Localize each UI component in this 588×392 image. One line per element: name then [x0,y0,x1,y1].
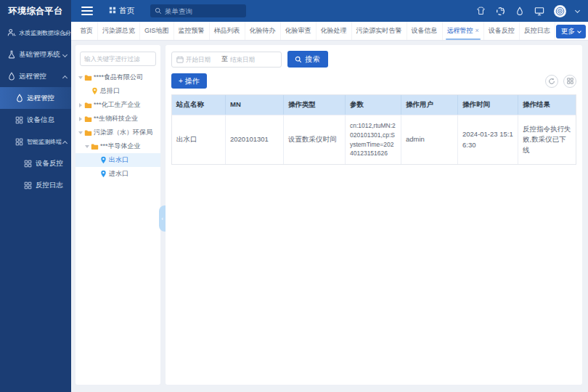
tab-device-info[interactable]: 设备信息 [407,22,443,41]
grid-icon [15,137,24,147]
monitor-icon[interactable] [534,6,544,16]
column-header: 操作时间 [458,95,518,115]
flame-icon[interactable] [515,6,525,16]
tree-node-semiconductor-company[interactable]: ***半导体企业 [75,139,160,153]
menu-search-box [150,4,246,17]
sidebar-item-device-info[interactable]: 设备信息 [0,109,71,131]
tab-home[interactable]: 首页 [75,22,98,41]
tab-gis-map[interactable]: GIS地图 [140,22,174,41]
column-header: 操作用户 [401,95,458,115]
tree-node-label: 污染源（水）环保局 [94,128,152,137]
drop-icon [15,94,24,103]
caret-expanded-icon[interactable] [84,145,90,148]
caret-collapsed-icon[interactable] [78,117,83,121]
caret-expanded-icon[interactable] [78,131,83,134]
sidebar-item-base-system[interactable]: 基础管理系统 [0,44,71,65]
folder-icon [90,143,99,150]
tree-node-label: ****食品有限公司 [94,73,143,82]
end-date-input[interactable] [230,56,264,63]
tab-lab-handle[interactable]: 化验处理 [317,22,352,41]
site-tree-panel: ****食品有限公司 总排口 ***化工生产企业 **生物科技企业 [75,45,160,385]
sidebar-group-remote-control[interactable]: 远程管控 [0,65,71,87]
calendar-icon [176,53,184,66]
hamburger-menu-icon[interactable] [81,7,93,15]
cell-operation-time: 2024-01-23 15:16:30 [458,115,518,164]
tree-node-outlet[interactable]: 出水口 [75,153,160,167]
main-content-panel: 至 搜索 + 操作 站点名称 [166,45,582,385]
start-date-input[interactable] [186,56,219,63]
drop-icon [7,72,16,81]
menu-search-input[interactable] [165,7,242,15]
sidebar-item-remote-control[interactable]: 远程管控 [0,87,71,109]
tree-node-chemical-company[interactable]: ***化工生产企业 [75,98,160,112]
column-header: 操作类型 [284,95,346,115]
search-button[interactable]: 搜索 [287,51,328,68]
sidebar: 环境综合平台 水质监测数据综合分析 基础管理系统 远程管控 [0,0,71,392]
grid-icon [15,115,24,125]
search-icon [295,56,302,63]
folder-icon [83,74,92,81]
folder-icon [83,129,92,136]
sidebar-item-water-analysis[interactable]: 水质监测数据综合分析 [0,22,71,44]
more-label: 更多 [561,27,575,36]
tree-node-label: 进水口 [109,169,128,179]
user-avatar[interactable] [554,5,566,17]
tab-lab-review[interactable]: 化验审查 [281,22,317,41]
column-header: MN [226,95,284,115]
tree-node-label: 总排口 [100,86,120,96]
sidebar-item-reverse-control-log[interactable]: 反控日志 [0,174,71,196]
more-tabs-button[interactable]: 更多 [556,25,586,38]
sidebar-item-label: 远程管控 [19,72,46,81]
cell-site-name: 出水口 [172,115,226,164]
tree-node-biotech-company[interactable]: **生物科技企业 [75,112,160,126]
column-header: 参数 [346,95,401,115]
grid-icon [23,181,33,190]
cell-operation-type: 设置数采仪时间 [284,115,346,164]
tree-node-inlet[interactable]: 进水口 [75,167,160,181]
operate-button-label: + 操作 [179,76,200,86]
tab-sample-list[interactable]: 样品列表 [210,22,245,41]
refresh-icon[interactable] [545,75,558,88]
tab-device-reverse-control[interactable]: 设备反控 [484,22,520,41]
tree-node-main-outlet[interactable]: 总排口 [75,84,160,98]
panel-collapse-toggle[interactable]: ‹ [159,205,166,232]
breadcrumb-home[interactable]: 首页 [109,6,134,16]
operate-button[interactable]: + 操作 [171,73,207,89]
tree-node-food-company[interactable]: ****食品有限公司 [75,70,160,84]
tab-reverse-control-log[interactable]: 反控日志 [520,22,555,41]
range-separator: 至 [221,54,228,64]
chevron-up-icon [62,75,68,81]
table-row: 出水口 2020101301 设置数采仪时间 cn:1012,rtuMN:202… [172,115,576,164]
sidebar-item-device-reverse-control[interactable]: 设备反控 [0,152,71,174]
top-header: 首页 [71,0,588,22]
map-pin-icon [99,170,107,178]
cell-operation-result: 反控指令执行失败,数采仪已下线 [518,115,576,164]
tree-node-label: 出水口 [109,155,128,165]
tree-node-epa-bureau[interactable]: 污染源（水）环保局 [75,126,160,139]
sidebar-item-label: 远程管控 [27,94,54,103]
tab-pollution-overview[interactable]: 污染源总览 [98,22,140,41]
sidebar-group-smart-terminal[interactable]: 智能监测终端 [0,131,71,152]
tab-realtime-alarm[interactable]: 污染源实时告警 [352,22,407,41]
caret-collapsed-icon[interactable] [78,103,83,107]
map-pin-icon [90,87,99,95]
tab-monitor-alarm[interactable]: 监控预警 [174,22,210,41]
tree-node-label: **生物科技企业 [94,114,138,123]
date-filter-row: 至 搜索 [171,51,576,68]
chevron-down-icon[interactable] [575,7,580,12]
grid-icon [23,159,33,168]
close-icon[interactable]: × [475,27,479,34]
column-settings-icon[interactable] [563,75,576,88]
tree-filter-input[interactable] [80,52,156,66]
caret-expanded-icon[interactable] [78,76,83,79]
column-header: 操作结果 [518,95,576,115]
table-header-row: 站点名称 MN 操作类型 参数 操作用户 操作时间 操作结果 [172,95,576,115]
date-range-picker[interactable]: 至 [171,52,282,68]
tree-node-label: ***半导体企业 [100,142,141,151]
theme-shirt-icon[interactable] [475,6,486,16]
person-chart-icon [7,28,16,38]
tab-lab-todo[interactable]: 化验待办 [245,22,281,41]
sidebar-item-label: 智能监测终端 [27,138,62,146]
segment-circle-icon[interactable] [495,6,505,16]
tab-remote-control[interactable]: 远程管控× [443,22,484,41]
